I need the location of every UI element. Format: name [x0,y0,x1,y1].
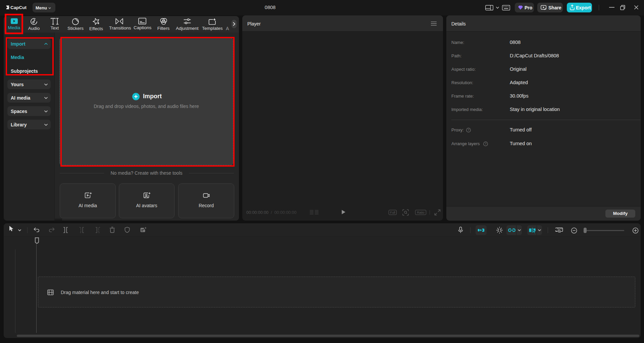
svg-text:?: ? [485,142,487,146]
svg-text:?: ? [468,128,469,132]
